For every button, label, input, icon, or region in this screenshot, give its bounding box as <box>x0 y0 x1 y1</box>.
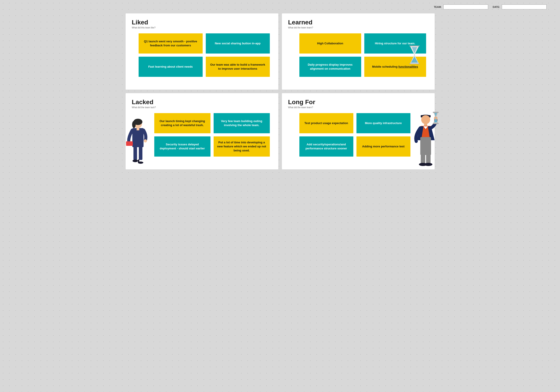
liked-sticky-3: Fast learning about client needs <box>139 57 203 77</box>
liked-sticky-1: Q1 launch went very smooth - positive fe… <box>139 33 203 53</box>
lacked-sticky-3: Security issues delayed deployment - sho… <box>154 136 210 157</box>
date-field-group: DATE: <box>493 4 547 10</box>
learned-sticky-4-text: Mobile scheduling functionalities <box>372 65 418 69</box>
liked-subtitle: What did this team like? <box>132 26 272 29</box>
svg-rect-11 <box>126 141 133 146</box>
date-input[interactable] <box>502 4 547 10</box>
learned-sticky-3: Daily progress display improves alignmen… <box>299 57 361 77</box>
lacked-board: Lacked What did the team lack? Our launc… <box>126 93 278 169</box>
header-bar: TEAM: DATE: <box>4 4 556 10</box>
svg-point-12 <box>144 139 147 142</box>
liked-sticky-2: New social sharing button in-app <box>206 33 270 53</box>
lacked-sticky-2: Very few team building outing involving … <box>214 113 270 133</box>
svg-rect-14 <box>139 147 142 160</box>
longfor-sticky-2: More quality infrastructure <box>357 113 410 133</box>
learned-subtitle: What did the team learn? <box>288 26 428 29</box>
svg-point-15 <box>132 160 138 162</box>
longfor-subtitle: What did the team learn? <box>288 106 428 109</box>
learned-board: Learned What did the team learn? High Co… <box>282 13 435 90</box>
man-figure <box>412 111 439 169</box>
learned-stickies-grid: High Collaboration Hiring structure for … <box>288 33 428 77</box>
svg-rect-13 <box>133 147 137 160</box>
svg-rect-24 <box>421 146 425 164</box>
svg-point-17 <box>138 161 143 164</box>
lacked-sticky-1: Our launch timing kept changing creating… <box>154 113 210 133</box>
lacked-stickies-grid: Our launch timing kept changing creating… <box>132 113 272 157</box>
longfor-sticky-1: Test product usage expectation <box>299 113 353 133</box>
longfor-stickies-grid: Test product usage expectation More qual… <box>288 113 428 157</box>
longfor-board: Long For What did the team learn? Test p… <box>282 93 435 169</box>
svg-point-8 <box>132 121 136 128</box>
liked-title: Liked <box>132 19 272 26</box>
svg-point-27 <box>424 163 432 166</box>
learned-title: Learned <box>288 19 428 26</box>
date-label: DATE: <box>493 6 500 8</box>
liked-stickies-grid: Q1 launch went very smooth - positive fe… <box>132 33 272 77</box>
lacked-subtitle: What did the team lack? <box>132 106 272 109</box>
svg-rect-31 <box>433 112 439 113</box>
svg-rect-9 <box>132 128 143 147</box>
lacked-sticky-4: Put a lot of time into developing a new … <box>214 136 270 157</box>
svg-rect-32 <box>433 123 439 124</box>
svg-marker-3 <box>411 56 418 63</box>
longfor-sticky-3: Add security/operations/and performance … <box>299 136 353 157</box>
longfor-title: Long For <box>288 99 428 106</box>
learned-sticky-1: High Collaboration <box>299 33 361 53</box>
longfor-sticky-4: Adding more performance test <box>357 136 410 157</box>
svg-rect-10 <box>137 128 139 130</box>
svg-rect-25 <box>426 146 430 164</box>
boards-grid: Liked What did this team like? Q1 launch… <box>126 13 435 169</box>
liked-board: Liked What did this team like? Q1 launch… <box>126 13 278 90</box>
team-label: TEAM: <box>434 6 441 8</box>
woman-figure <box>126 118 150 169</box>
svg-point-20 <box>421 115 430 124</box>
team-field-group: TEAM: <box>434 4 488 10</box>
liked-sticky-4: Our team was able to build a framework t… <box>206 57 270 77</box>
team-input[interactable] <box>443 4 488 10</box>
lacked-title: Lacked <box>132 99 272 106</box>
hourglass-icon <box>408 45 421 63</box>
